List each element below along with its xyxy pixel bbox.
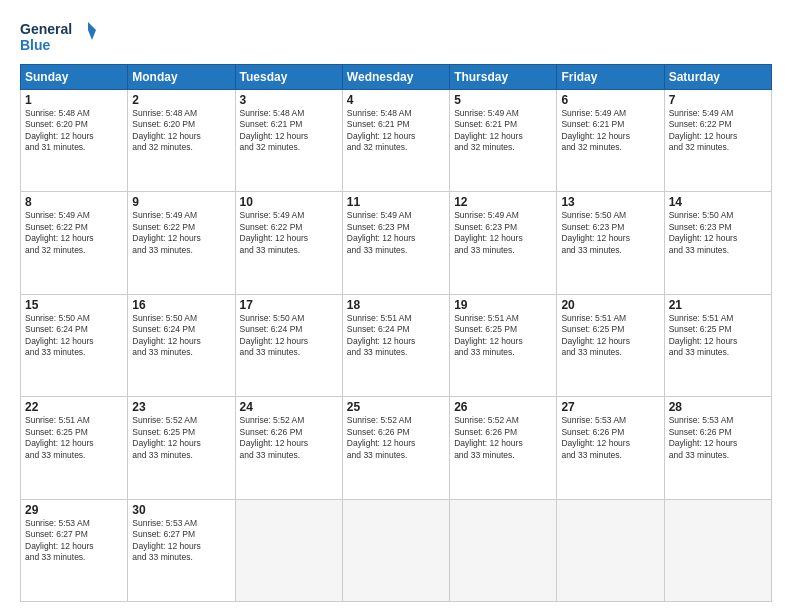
cell-info: Sunrise: 5:50 AM Sunset: 6:24 PM Dayligh… (240, 313, 338, 359)
calendar-cell: 21Sunrise: 5:51 AM Sunset: 6:25 PM Dayli… (664, 294, 771, 396)
logo: GeneralBlue (20, 18, 100, 54)
day-number: 16 (132, 298, 230, 312)
cell-info: Sunrise: 5:49 AM Sunset: 6:22 PM Dayligh… (25, 210, 123, 256)
weekday-header: Tuesday (235, 65, 342, 90)
cell-info: Sunrise: 5:50 AM Sunset: 6:23 PM Dayligh… (561, 210, 659, 256)
weekday-header: Sunday (21, 65, 128, 90)
day-number: 14 (669, 195, 767, 209)
calendar-cell (342, 499, 449, 601)
cell-info: Sunrise: 5:49 AM Sunset: 6:22 PM Dayligh… (240, 210, 338, 256)
calendar-cell: 18Sunrise: 5:51 AM Sunset: 6:24 PM Dayli… (342, 294, 449, 396)
day-number: 4 (347, 93, 445, 107)
calendar-cell: 15Sunrise: 5:50 AM Sunset: 6:24 PM Dayli… (21, 294, 128, 396)
cell-info: Sunrise: 5:53 AM Sunset: 6:26 PM Dayligh… (561, 415, 659, 461)
day-number: 7 (669, 93, 767, 107)
day-number: 25 (347, 400, 445, 414)
calendar-cell (664, 499, 771, 601)
calendar-cell: 11Sunrise: 5:49 AM Sunset: 6:23 PM Dayli… (342, 192, 449, 294)
day-number: 3 (240, 93, 338, 107)
calendar-cell: 24Sunrise: 5:52 AM Sunset: 6:26 PM Dayli… (235, 397, 342, 499)
calendar-cell: 28Sunrise: 5:53 AM Sunset: 6:26 PM Dayli… (664, 397, 771, 499)
weekday-header: Saturday (664, 65, 771, 90)
page: GeneralBlue SundayMondayTuesdayWednesday… (0, 0, 792, 612)
cell-info: Sunrise: 5:49 AM Sunset: 6:22 PM Dayligh… (132, 210, 230, 256)
cell-info: Sunrise: 5:52 AM Sunset: 6:26 PM Dayligh… (347, 415, 445, 461)
cell-info: Sunrise: 5:48 AM Sunset: 6:21 PM Dayligh… (240, 108, 338, 154)
cell-info: Sunrise: 5:48 AM Sunset: 6:21 PM Dayligh… (347, 108, 445, 154)
cell-info: Sunrise: 5:49 AM Sunset: 6:23 PM Dayligh… (454, 210, 552, 256)
calendar-cell: 5Sunrise: 5:49 AM Sunset: 6:21 PM Daylig… (450, 90, 557, 192)
day-number: 30 (132, 503, 230, 517)
day-number: 28 (669, 400, 767, 414)
calendar-cell: 13Sunrise: 5:50 AM Sunset: 6:23 PM Dayli… (557, 192, 664, 294)
header: GeneralBlue (20, 18, 772, 54)
svg-marker-3 (88, 30, 96, 40)
day-number: 22 (25, 400, 123, 414)
calendar-cell: 12Sunrise: 5:49 AM Sunset: 6:23 PM Dayli… (450, 192, 557, 294)
cell-info: Sunrise: 5:51 AM Sunset: 6:25 PM Dayligh… (454, 313, 552, 359)
calendar-cell: 29Sunrise: 5:53 AM Sunset: 6:27 PM Dayli… (21, 499, 128, 601)
cell-info: Sunrise: 5:48 AM Sunset: 6:20 PM Dayligh… (25, 108, 123, 154)
calendar-cell: 4Sunrise: 5:48 AM Sunset: 6:21 PM Daylig… (342, 90, 449, 192)
day-number: 29 (25, 503, 123, 517)
cell-info: Sunrise: 5:51 AM Sunset: 6:25 PM Dayligh… (561, 313, 659, 359)
cell-info: Sunrise: 5:52 AM Sunset: 6:26 PM Dayligh… (454, 415, 552, 461)
calendar-cell (557, 499, 664, 601)
cell-info: Sunrise: 5:49 AM Sunset: 6:23 PM Dayligh… (347, 210, 445, 256)
day-number: 23 (132, 400, 230, 414)
day-number: 10 (240, 195, 338, 209)
cell-info: Sunrise: 5:49 AM Sunset: 6:21 PM Dayligh… (454, 108, 552, 154)
svg-text:Blue: Blue (20, 37, 51, 53)
cell-info: Sunrise: 5:48 AM Sunset: 6:20 PM Dayligh… (132, 108, 230, 154)
calendar-cell: 27Sunrise: 5:53 AM Sunset: 6:26 PM Dayli… (557, 397, 664, 499)
weekday-header: Thursday (450, 65, 557, 90)
cell-info: Sunrise: 5:49 AM Sunset: 6:21 PM Dayligh… (561, 108, 659, 154)
calendar-cell: 22Sunrise: 5:51 AM Sunset: 6:25 PM Dayli… (21, 397, 128, 499)
calendar-cell: 19Sunrise: 5:51 AM Sunset: 6:25 PM Dayli… (450, 294, 557, 396)
calendar-cell: 16Sunrise: 5:50 AM Sunset: 6:24 PM Dayli… (128, 294, 235, 396)
day-number: 12 (454, 195, 552, 209)
day-number: 8 (25, 195, 123, 209)
weekday-header: Wednesday (342, 65, 449, 90)
calendar-cell: 8Sunrise: 5:49 AM Sunset: 6:22 PM Daylig… (21, 192, 128, 294)
day-number: 13 (561, 195, 659, 209)
cell-info: Sunrise: 5:49 AM Sunset: 6:22 PM Dayligh… (669, 108, 767, 154)
cell-info: Sunrise: 5:50 AM Sunset: 6:24 PM Dayligh… (132, 313, 230, 359)
day-number: 24 (240, 400, 338, 414)
cell-info: Sunrise: 5:53 AM Sunset: 6:27 PM Dayligh… (25, 518, 123, 564)
weekday-header: Monday (128, 65, 235, 90)
cell-info: Sunrise: 5:51 AM Sunset: 6:25 PM Dayligh… (669, 313, 767, 359)
cell-info: Sunrise: 5:52 AM Sunset: 6:26 PM Dayligh… (240, 415, 338, 461)
cell-info: Sunrise: 5:53 AM Sunset: 6:26 PM Dayligh… (669, 415, 767, 461)
calendar-cell: 10Sunrise: 5:49 AM Sunset: 6:22 PM Dayli… (235, 192, 342, 294)
cell-info: Sunrise: 5:50 AM Sunset: 6:23 PM Dayligh… (669, 210, 767, 256)
day-number: 11 (347, 195, 445, 209)
day-number: 26 (454, 400, 552, 414)
calendar-cell: 30Sunrise: 5:53 AM Sunset: 6:27 PM Dayli… (128, 499, 235, 601)
calendar-cell: 7Sunrise: 5:49 AM Sunset: 6:22 PM Daylig… (664, 90, 771, 192)
day-number: 21 (669, 298, 767, 312)
cell-info: Sunrise: 5:50 AM Sunset: 6:24 PM Dayligh… (25, 313, 123, 359)
calendar-cell: 17Sunrise: 5:50 AM Sunset: 6:24 PM Dayli… (235, 294, 342, 396)
day-number: 20 (561, 298, 659, 312)
calendar-table: SundayMondayTuesdayWednesdayThursdayFrid… (20, 64, 772, 602)
calendar-cell: 9Sunrise: 5:49 AM Sunset: 6:22 PM Daylig… (128, 192, 235, 294)
calendar-cell: 14Sunrise: 5:50 AM Sunset: 6:23 PM Dayli… (664, 192, 771, 294)
calendar-cell: 20Sunrise: 5:51 AM Sunset: 6:25 PM Dayli… (557, 294, 664, 396)
calendar-cell (450, 499, 557, 601)
logo-icon: GeneralBlue (20, 18, 100, 54)
day-number: 2 (132, 93, 230, 107)
day-number: 1 (25, 93, 123, 107)
cell-info: Sunrise: 5:51 AM Sunset: 6:24 PM Dayligh… (347, 313, 445, 359)
weekday-header: Friday (557, 65, 664, 90)
calendar-cell: 1Sunrise: 5:48 AM Sunset: 6:20 PM Daylig… (21, 90, 128, 192)
cell-info: Sunrise: 5:52 AM Sunset: 6:25 PM Dayligh… (132, 415, 230, 461)
day-number: 5 (454, 93, 552, 107)
calendar-cell: 3Sunrise: 5:48 AM Sunset: 6:21 PM Daylig… (235, 90, 342, 192)
calendar-cell: 6Sunrise: 5:49 AM Sunset: 6:21 PM Daylig… (557, 90, 664, 192)
calendar-cell (235, 499, 342, 601)
day-number: 19 (454, 298, 552, 312)
calendar-cell: 25Sunrise: 5:52 AM Sunset: 6:26 PM Dayli… (342, 397, 449, 499)
svg-marker-2 (88, 22, 96, 30)
cell-info: Sunrise: 5:53 AM Sunset: 6:27 PM Dayligh… (132, 518, 230, 564)
